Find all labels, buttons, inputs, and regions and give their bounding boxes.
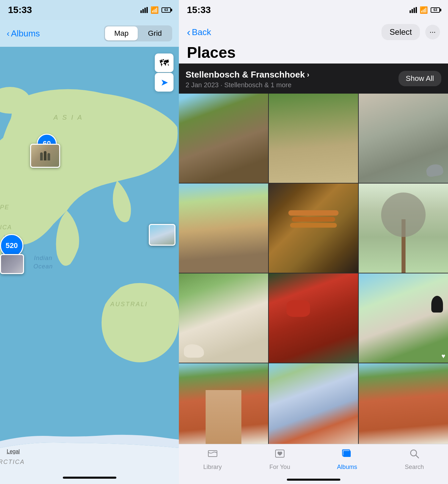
section-subtitle: 2 Jan 2023 · Stellenbosch & 1 more <box>186 81 309 89</box>
album-section[interactable]: Stellenbosch & Franschhoek › 2 Jan 2023 … <box>179 64 448 444</box>
more-button[interactable]: ··· <box>425 25 440 39</box>
antarctica-label: RCTICA <box>0 459 25 466</box>
albums-icon <box>342 448 352 462</box>
photo-cell-7[interactable] <box>179 273 268 363</box>
tab-bar: Library For You Albums Search <box>179 444 448 484</box>
photo-pin-asia[interactable] <box>30 144 60 168</box>
photo-cell-8[interactable] <box>269 273 358 363</box>
photo-cell-9[interactable]: ♥ <box>359 273 448 363</box>
home-indicator-left <box>63 477 116 479</box>
for-you-tab-label: For You <box>269 464 290 471</box>
tab-albums[interactable]: Albums <box>314 448 381 471</box>
status-bar-right: 15:33 📶 63 <box>179 0 448 20</box>
section-title[interactable]: Stellenbosch & Franschhoek › <box>186 70 309 80</box>
select-button[interactable]: Select <box>381 24 420 40</box>
map-area[interactable]: A S I A IndianOcean AUSTRALI PE ICA 60 <box>0 47 179 484</box>
chevron-left-icon-right: ‹ <box>187 26 191 38</box>
show-all-button[interactable]: Show All <box>399 71 441 86</box>
status-icons-left: 📶 63 <box>140 6 171 14</box>
status-bar-left: 15:33 📶 63 <box>0 0 179 20</box>
pe-label: PE <box>0 204 9 211</box>
nav-right-actions: Select ··· <box>381 24 440 40</box>
photo-cell-1[interactable] <box>179 94 268 183</box>
photo-cell-3[interactable] <box>359 94 448 183</box>
section-chevron-icon: › <box>307 71 309 79</box>
tab-search[interactable]: Search <box>381 448 448 471</box>
library-tab-label: Library <box>203 464 222 471</box>
battery-icon-right: 63 <box>431 7 440 13</box>
photo-cell-2[interactable] <box>269 94 358 183</box>
photo-cell-4[interactable] <box>179 184 268 273</box>
back-button[interactable]: ‹ Back <box>187 26 211 38</box>
signal-icon-right <box>410 7 417 13</box>
section-header: Stellenbosch & Franschhoek › 2 Jan 2023 … <box>179 64 448 94</box>
signal-icon-left <box>140 7 148 13</box>
svg-rect-2 <box>208 451 217 457</box>
right-panel: 15:33 📶 63 ‹ Back Select ··· Places <box>179 0 448 484</box>
battery-icon-left: 63 <box>161 7 171 13</box>
location-button[interactable]: ➤ <box>155 73 174 92</box>
tab-library[interactable]: Library <box>179 448 246 471</box>
chevron-left-icon: ‹ <box>7 28 10 39</box>
ica-label: ICA <box>0 224 12 231</box>
photo-cell-12[interactable] <box>359 363 448 444</box>
grid-segment-button[interactable]: Grid <box>138 26 171 40</box>
photo-pin-sea[interactable] <box>149 224 176 246</box>
search-tab-label: Search <box>405 464 424 471</box>
photo-cell-11[interactable] <box>269 363 358 444</box>
time-left: 15:33 <box>8 5 32 15</box>
photo-cell-6[interactable] <box>359 184 448 273</box>
left-panel: 15:33 📶 63 ‹ Albums Map Grid <box>0 0 179 484</box>
photo-cell-10[interactable] <box>179 363 268 444</box>
photo-cell-5[interactable] <box>269 184 358 273</box>
albums-label: Albums <box>11 28 40 39</box>
wifi-icon-left: 📶 <box>150 6 159 14</box>
back-albums-button[interactable]: ‹ Albums <box>7 28 40 39</box>
wifi-icon-right: 📶 <box>420 6 428 14</box>
location-icon: ➤ <box>160 77 168 88</box>
nav-bar-right: ‹ Back Select ··· <box>179 20 448 44</box>
map-segment-button[interactable]: Map <box>105 26 138 40</box>
section-header-left: Stellenbosch & Franschhoek › 2 Jan 2023 … <box>186 70 309 89</box>
map-controls: 🗺 ➤ <box>155 53 174 92</box>
status-icons-right: 📶 63 <box>410 6 440 14</box>
page-title: Places <box>187 43 236 62</box>
photo-grid: ♥ <box>179 94 448 444</box>
legal-link[interactable]: Legal <box>7 449 20 455</box>
albums-tab-label: Albums <box>337 464 357 471</box>
search-icon <box>409 448 420 462</box>
map-view-button[interactable]: 🗺 <box>155 53 174 72</box>
heart-icon: ♥ <box>441 352 445 360</box>
home-indicator-right <box>287 479 340 481</box>
library-icon <box>207 448 218 462</box>
segment-control: Map Grid <box>104 25 172 41</box>
for-you-icon <box>274 448 285 462</box>
nav-bar-left: ‹ Albums Map Grid <box>0 20 179 47</box>
photo-pin-bottom[interactable] <box>0 254 24 274</box>
svg-line-8 <box>416 455 419 458</box>
map-icon: 🗺 <box>159 57 169 69</box>
world-map-svg <box>0 47 179 484</box>
time-right: 15:33 <box>187 5 211 15</box>
back-label: Back <box>192 27 211 37</box>
tab-for-you[interactable]: For You <box>246 448 313 471</box>
